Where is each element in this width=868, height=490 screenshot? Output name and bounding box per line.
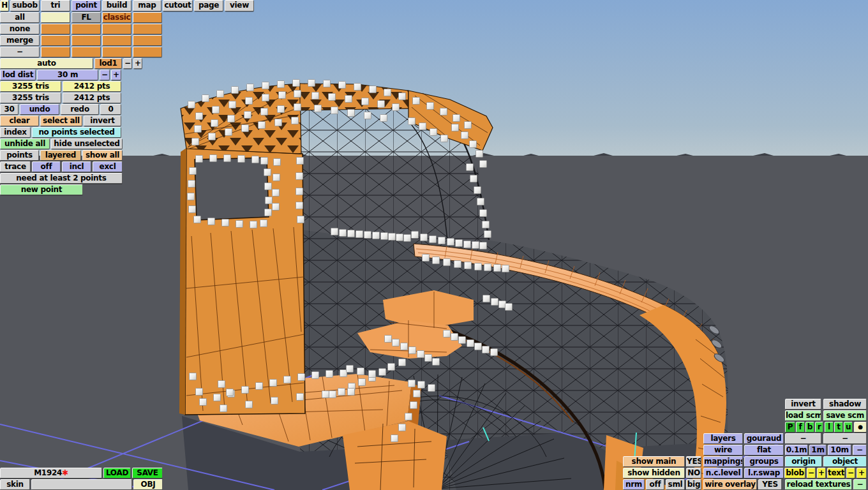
nc-level-button[interactable]: n.c.level: [703, 468, 743, 479]
blob-button[interactable]: blob: [784, 468, 805, 479]
vertex-handle[interactable]: [244, 112, 251, 119]
vertex-handle[interactable]: [294, 91, 301, 98]
vertex-handle[interactable]: [354, 84, 361, 91]
nrm-big-button[interactable]: big: [686, 479, 701, 490]
vertex-handle[interactable]: [270, 380, 277, 387]
vertex-handle[interactable]: [470, 175, 477, 182]
lod1-button[interactable]: lod1: [94, 58, 122, 69]
vertex-handle[interactable]: [453, 115, 460, 122]
vertex-handle[interactable]: [405, 413, 412, 420]
skin-name-field[interactable]: [31, 479, 132, 490]
vertex-handle[interactable]: [278, 81, 285, 88]
vertex-handle[interactable]: [196, 389, 203, 396]
lod-plus-button[interactable]: +: [133, 58, 142, 69]
view-right-button[interactable]: r: [815, 422, 823, 433]
vertex-handle[interactable]: [345, 96, 352, 103]
subob-grid-cell[interactable]: [71, 35, 101, 46]
vertex-handle[interactable]: [196, 113, 203, 120]
vertex-handle[interactable]: [298, 374, 305, 381]
trace-excl-button[interactable]: excl: [93, 161, 123, 172]
subob-grid-cell[interactable]: [41, 35, 70, 46]
model-name-field[interactable]: M1924✱: [0, 468, 102, 479]
vertex-handle[interactable]: [312, 372, 319, 379]
vertex-handle[interactable]: [262, 82, 269, 89]
vertex-handle[interactable]: [505, 304, 513, 311]
view-top-button[interactable]: t: [834, 422, 843, 433]
vertex-handle[interactable]: [340, 370, 347, 377]
vertex-handle[interactable]: [250, 221, 257, 228]
redo-button[interactable]: redo: [61, 104, 99, 115]
show-all-button[interactable]: show all: [82, 150, 123, 161]
vertex-handle[interactable]: [438, 237, 445, 244]
vertex-handle[interactable]: [252, 156, 259, 163]
vertex-handle[interactable]: [379, 369, 386, 376]
vertex-handle[interactable]: [218, 381, 225, 388]
vertex-handle[interactable]: [484, 264, 491, 271]
view-front-button[interactable]: f: [796, 422, 805, 433]
wire-overlay-button[interactable]: wire overlay: [703, 479, 757, 490]
vertex-handle[interactable]: [433, 257, 440, 264]
vertex-handle[interactable]: [238, 156, 245, 163]
vertex-handle[interactable]: [362, 98, 369, 105]
vertex-handle[interactable]: [324, 80, 331, 87]
new-point-button[interactable]: new point: [0, 184, 83, 195]
vertex-handle[interactable]: [190, 168, 197, 175]
subob-dash-button[interactable]: −: [0, 47, 40, 57]
vertex-handle[interactable]: [401, 343, 408, 350]
vertex-handle[interactable]: [444, 259, 451, 266]
vertex-handle[interactable]: [483, 346, 490, 353]
vertex-handle[interactable]: [224, 155, 231, 162]
vertex-handle[interactable]: [441, 135, 448, 142]
view-left-button[interactable]: l: [825, 422, 834, 433]
vertex-handle[interactable]: [427, 103, 434, 110]
object-button[interactable]: object: [823, 456, 867, 467]
vertex-handle[interactable]: [315, 105, 322, 112]
vertex-handle[interactable]: [261, 158, 268, 165]
vertex-handle[interactable]: [279, 92, 286, 99]
vertex-handle[interactable]: [480, 242, 487, 249]
vertex-handle[interactable]: [211, 120, 218, 127]
vertex-handle[interactable]: [331, 107, 338, 114]
vertex-handle[interactable]: [347, 366, 354, 373]
vertex-handle[interactable]: [464, 241, 471, 248]
tab-subob[interactable]: subob: [10, 0, 40, 11]
load-scm-button[interactable]: load scm: [785, 410, 821, 421]
show-hidden-button[interactable]: show hidden: [623, 468, 685, 479]
viewport-3d[interactable]: [0, 0, 868, 490]
vertex-handle[interactable]: [388, 364, 395, 371]
trace-button[interactable]: trace: [0, 161, 31, 172]
vertex-handle[interactable]: [196, 156, 203, 163]
subob-grid-cell[interactable]: [133, 12, 162, 23]
vertex-handle[interactable]: [331, 228, 338, 235]
show-main-state[interactable]: YES: [686, 456, 701, 467]
vertex-handle[interactable]: [419, 123, 426, 130]
vertex-handle[interactable]: [220, 405, 227, 412]
vertex-handle[interactable]: [195, 126, 202, 133]
vertex-handle[interactable]: [447, 239, 454, 246]
lod-dist-minus-button[interactable]: −: [100, 70, 110, 80]
vertex-handle[interactable]: [200, 399, 207, 406]
merge-button[interactable]: merge: [0, 35, 40, 46]
nrm-sml-button[interactable]: sml: [666, 479, 685, 490]
shadow-button[interactable]: shadow: [823, 399, 867, 410]
vertex-handle[interactable]: [476, 151, 483, 158]
origin-button[interactable]: origin: [785, 456, 822, 467]
vertex-handle[interactable]: [308, 80, 315, 87]
vertex-handle[interactable]: [418, 382, 425, 389]
vertex-handle[interactable]: [271, 397, 278, 405]
vertex-handle[interactable]: [370, 86, 377, 93]
tab-cutout[interactable]: cutout: [163, 0, 193, 11]
vertex-handle[interactable]: [459, 337, 466, 344]
vertex-handle[interactable]: [217, 91, 224, 98]
vertex-handle[interactable]: [356, 231, 363, 238]
vertex-handle[interactable]: [393, 339, 400, 346]
mappings-button[interactable]: mappings: [703, 456, 743, 467]
vertex-handle[interactable]: [467, 340, 474, 347]
undo-button[interactable]: undo: [20, 104, 59, 115]
vertex-handle[interactable]: [340, 230, 347, 237]
vertex-handle[interactable]: [465, 122, 472, 129]
vertex-handle[interactable]: [229, 101, 236, 108]
tab-view[interactable]: view: [225, 0, 254, 11]
subob-grid-cell[interactable]: [102, 47, 131, 57]
subob-grid-cell[interactable]: [41, 12, 70, 23]
